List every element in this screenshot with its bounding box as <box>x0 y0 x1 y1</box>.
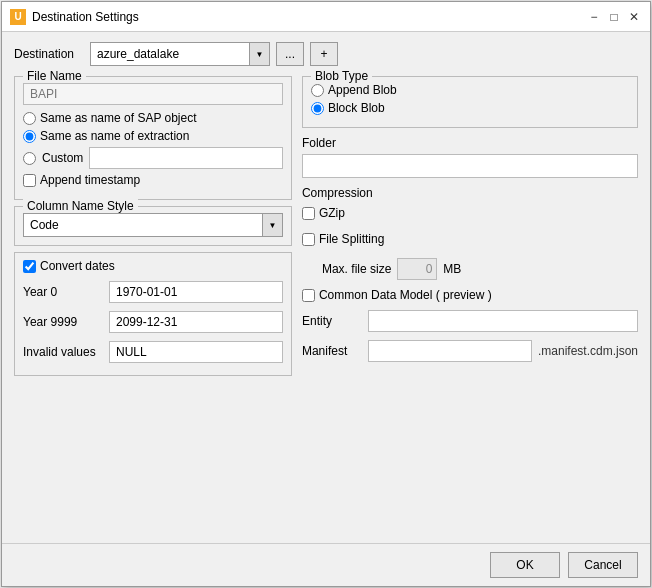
window: U Destination Settings − □ ✕ Destination… <box>1 1 651 587</box>
append-timestamp-checkbox[interactable] <box>23 174 36 187</box>
year9999-row: Year 9999 <box>23 311 283 333</box>
title-controls: − □ ✕ <box>586 9 642 25</box>
cdm-row: Common Data Model ( preview ) <box>302 288 638 302</box>
blob-type-group: Blob Type Append Blob Block Blob <box>302 76 638 128</box>
folder-label: Folder <box>302 136 638 150</box>
title-bar-left: U Destination Settings <box>10 9 139 25</box>
file-splitting-label: File Splitting <box>319 232 384 246</box>
cdm-checkbox[interactable] <box>302 289 315 302</box>
block-blob-label: Block Blob <box>328 101 385 115</box>
append-timestamp-row: Append timestamp <box>23 173 283 187</box>
destination-dropdown-arrow[interactable]: ▼ <box>249 43 269 65</box>
plus-button[interactable]: + <box>310 42 338 66</box>
custom-input[interactable] <box>89 147 283 169</box>
entity-input[interactable] <box>368 310 638 332</box>
file-splitting-checkbox[interactable] <box>302 233 315 246</box>
append-blob-label: Append Blob <box>328 83 397 97</box>
radio-custom[interactable] <box>23 152 36 165</box>
cdm-section: Common Data Model ( preview ) Entity Man… <box>302 288 638 362</box>
entity-row: Entity <box>302 310 638 332</box>
convert-dates-section: Convert dates Year 0 Year 9999 Invalid v… <box>14 252 292 376</box>
close-button[interactable]: ✕ <box>626 9 642 25</box>
block-blob-row: Block Blob <box>311 101 629 115</box>
append-blob-row: Append Blob <box>311 83 629 97</box>
radio-custom-row: Custom <box>23 147 283 169</box>
compression-section: Compression GZip <box>302 186 638 224</box>
convert-dates-checkbox[interactable] <box>23 260 36 273</box>
radio-append-blob[interactable] <box>311 84 324 97</box>
invalid-values-label: Invalid values <box>23 345 103 359</box>
entity-label: Entity <box>302 314 362 328</box>
invalid-values-row: Invalid values <box>23 341 283 363</box>
title-bar: U Destination Settings − □ ✕ <box>2 2 650 32</box>
destination-row: Destination azure_datalake ▼ ... + <box>14 42 638 66</box>
year9999-label: Year 9999 <box>23 315 103 329</box>
column-style-value: Code <box>24 218 262 232</box>
file-splitting-row: File Splitting <box>302 232 638 246</box>
mb-label: MB <box>443 262 461 276</box>
year0-input[interactable] <box>109 281 283 303</box>
column-name-style-group: Column Name Style Code ▼ <box>14 206 292 246</box>
footer: OK Cancel <box>2 543 650 586</box>
maximize-button[interactable]: □ <box>606 9 622 25</box>
radio-sap-label: Same as name of SAP object <box>40 111 197 125</box>
manifest-suffix: .manifest.cdm.json <box>538 344 638 358</box>
dots-button[interactable]: ... <box>276 42 304 66</box>
year0-label: Year 0 <box>23 285 103 299</box>
gzip-row: GZip <box>302 206 638 220</box>
folder-input[interactable] <box>302 154 638 178</box>
file-name-label: File Name <box>23 69 86 83</box>
gzip-checkbox[interactable] <box>302 207 315 220</box>
invalid-values-input[interactable] <box>109 341 283 363</box>
panels: File Name Same as name of SAP object Sam… <box>14 76 638 533</box>
manifest-input[interactable] <box>368 340 532 362</box>
ok-button[interactable]: OK <box>490 552 560 578</box>
cancel-button[interactable]: Cancel <box>568 552 638 578</box>
destination-select[interactable]: azure_datalake ▼ <box>90 42 270 66</box>
radio-sap-row: Same as name of SAP object <box>23 111 283 125</box>
append-timestamp-label: Append timestamp <box>40 173 140 187</box>
max-file-input[interactable] <box>397 258 437 280</box>
radio-extraction-row: Same as name of extraction <box>23 129 283 143</box>
file-splitting-section: File Splitting Max. file size MB <box>302 232 638 280</box>
minimize-button[interactable]: − <box>586 9 602 25</box>
left-panel: File Name Same as name of SAP object Sam… <box>14 76 292 533</box>
year0-row: Year 0 <box>23 281 283 303</box>
cdm-label: Common Data Model ( preview ) <box>319 288 492 302</box>
year9999-input[interactable] <box>109 311 283 333</box>
blob-type-label: Blob Type <box>311 69 372 83</box>
column-style-arrow[interactable]: ▼ <box>262 214 282 236</box>
manifest-label: Manifest <box>302 344 362 358</box>
compression-label: Compression <box>302 186 638 200</box>
radio-extraction-label: Same as name of extraction <box>40 129 189 143</box>
radio-custom-label: Custom <box>42 151 83 165</box>
gzip-label: GZip <box>319 206 345 220</box>
radio-extraction[interactable] <box>23 130 36 143</box>
destination-label: Destination <box>14 47 84 61</box>
window-title: Destination Settings <box>32 10 139 24</box>
max-file-label: Max. file size <box>322 262 391 276</box>
convert-dates-header: Convert dates <box>23 259 283 273</box>
max-file-row: Max. file size MB <box>322 258 638 280</box>
right-panel: Blob Type Append Blob Block Blob Folder <box>302 76 638 533</box>
app-icon: U <box>10 9 26 25</box>
folder-section: Folder <box>302 136 638 178</box>
convert-dates-label: Convert dates <box>40 259 115 273</box>
radio-sap[interactable] <box>23 112 36 125</box>
content: Destination azure_datalake ▼ ... + File … <box>2 32 650 543</box>
manifest-row: Manifest .manifest.cdm.json <box>302 340 638 362</box>
radio-block-blob[interactable] <box>311 102 324 115</box>
column-name-style-label: Column Name Style <box>23 199 138 213</box>
destination-value: azure_datalake <box>91 42 249 66</box>
file-name-group: File Name Same as name of SAP object Sam… <box>14 76 292 200</box>
column-style-select[interactable]: Code ▼ <box>23 213 283 237</box>
file-name-input[interactable] <box>23 83 283 105</box>
